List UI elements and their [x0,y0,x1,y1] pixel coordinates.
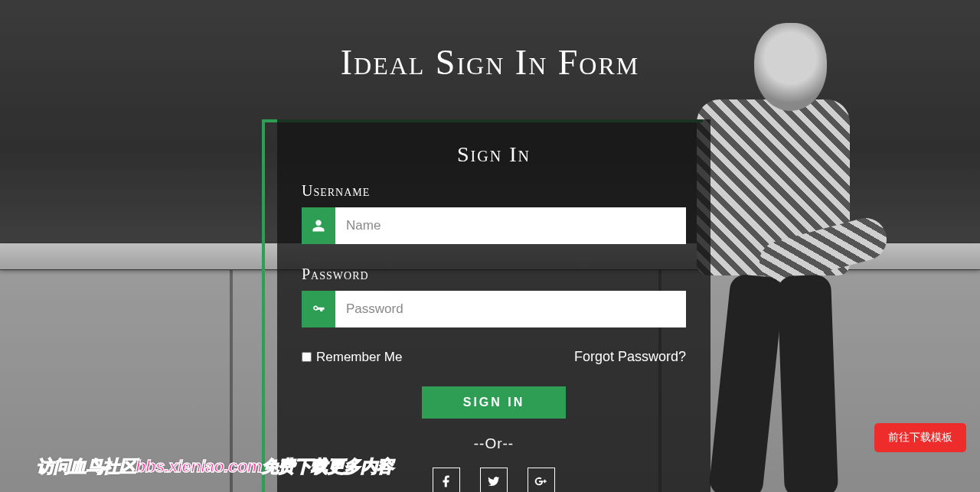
form-heading: Sign In [302,142,686,167]
user-icon [302,207,335,244]
or-divider: --Or-- [302,435,686,452]
forgot-password-link[interactable]: Forgot Password? [574,349,686,365]
page-title: Ideal Sign In Form [0,0,980,83]
download-template-button[interactable]: 前往下载模板 [874,423,966,452]
google-plus-icon [534,474,548,488]
signin-card: Sign In Username Password Remember Me Fo… [277,119,710,492]
signin-card-frame: Sign In Username Password Remember Me Fo… [270,119,710,492]
username-input[interactable] [335,207,686,244]
remember-checkbox[interactable] [302,352,312,362]
username-row [302,207,686,244]
watermark-text: 访问血鸟社区bbs.xieniao.com免费下载更多内容 [37,455,394,478]
remember-label: Remember Me [316,350,402,365]
google-plus-button[interactable] [528,468,555,492]
signin-button[interactable]: SIGN IN [422,386,567,419]
key-icon [302,291,335,327]
twitter-button[interactable] [480,468,508,492]
twitter-icon [487,474,501,488]
password-label: Password [302,266,686,283]
remember-me[interactable]: Remember Me [302,350,402,365]
password-row [302,291,686,327]
username-label: Username [302,182,686,200]
password-input[interactable] [335,291,686,327]
facebook-button[interactable] [433,468,460,492]
facebook-icon [439,474,453,488]
